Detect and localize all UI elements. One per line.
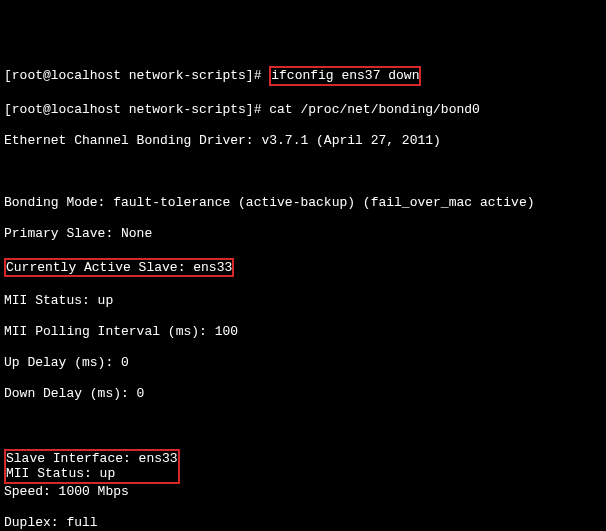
terminal-line: Currently Active Slave: ens33 (4, 258, 602, 278)
terminal-line: Slave Interface: ens33 (6, 451, 178, 467)
terminal-line: Speed: 1000 Mbps (4, 484, 602, 500)
terminal-line: Duplex: full (4, 515, 602, 531)
terminal-line: Up Delay (ms): 0 (4, 355, 602, 371)
highlight-cmd-ifconfig: ifconfig ens37 down (269, 66, 421, 86)
terminal-line: [root@localhost network-scripts]# ifconf… (4, 66, 602, 86)
terminal-line: Bonding Mode: fault-tolerance (active-ba… (4, 195, 602, 211)
highlight-active-slave: Currently Active Slave: ens33 (4, 258, 234, 278)
shell-prompt: [root@localhost network-scripts]# (4, 68, 269, 83)
terminal-line (4, 164, 602, 180)
terminal-line: Primary Slave: None (4, 226, 602, 242)
terminal-line: Ethernet Channel Bonding Driver: v3.7.1 … (4, 133, 602, 149)
highlight-slave1-block: Slave Interface: ens33MII Status: up (4, 449, 180, 484)
terminal-line: MII Status: up (4, 293, 602, 309)
terminal-line: Down Delay (ms): 0 (4, 386, 602, 402)
terminal-line: [root@localhost network-scripts]# cat /p… (4, 102, 602, 118)
terminal-line: MII Status: up (6, 466, 178, 482)
terminal-line (4, 417, 602, 433)
terminal-line: MII Polling Interval (ms): 100 (4, 324, 602, 340)
